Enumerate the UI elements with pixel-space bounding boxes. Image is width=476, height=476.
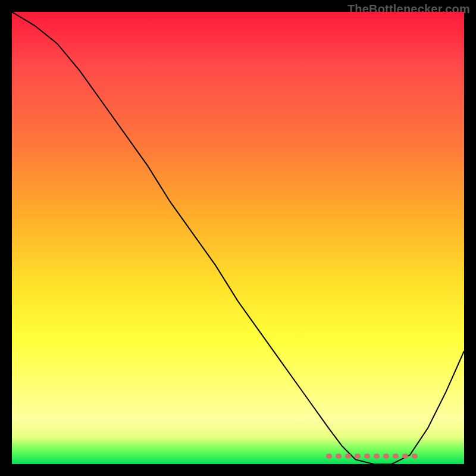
bottleneck-curve (12, 12, 464, 464)
chart-container: TheBottlenecker.com (0, 0, 476, 476)
plot-area (12, 12, 464, 464)
bottleneck-curve-svg (12, 12, 464, 464)
